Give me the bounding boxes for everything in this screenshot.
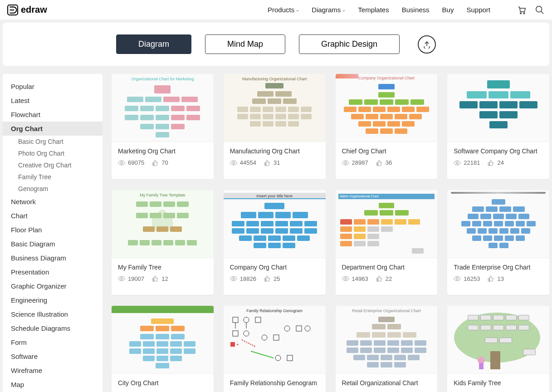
views-icon <box>230 275 237 282</box>
svg-text:+: + <box>236 342 239 347</box>
likes-count: 24 <box>497 159 503 166</box>
sidebar-item-flowchart[interactable]: Flowchart <box>3 108 103 122</box>
sidebar-item-businessdiagram[interactable]: Business Diagram <box>3 251 103 265</box>
sidebar-item-software[interactable]: Software <box>3 349 103 363</box>
nav-products[interactable]: Products⌵ <box>268 6 299 14</box>
likes-count: 13 <box>497 275 503 282</box>
sidebar-item-popular[interactable]: Popular <box>3 79 103 93</box>
sidebar-item-map[interactable]: Map <box>3 377 103 392</box>
sidebar-item-schedule[interactable]: Schedule Diagrams <box>3 321 103 335</box>
upload-icon <box>423 40 431 49</box>
nav-buy[interactable]: Buy <box>442 6 454 14</box>
sidebar-item-form[interactable]: Form <box>3 335 103 349</box>
template-thumbnail: Organizational Chart for Marketing <box>112 74 214 142</box>
template-title: City Org Chart <box>118 379 207 387</box>
views-icon <box>454 160 461 166</box>
nav-diagrams[interactable]: Diagrams⌵ <box>312 6 345 14</box>
sidebar-item-science[interactable]: Science Illustration <box>3 307 103 321</box>
template-card[interactable]: Insert your title here Company Org Chart… <box>224 190 326 295</box>
likes-count: 12 <box>161 275 168 282</box>
svg-point-2 <box>536 6 542 12</box>
template-title: Kids Family Tree <box>454 379 543 387</box>
template-card[interactable]: Company Organizational Chart Chief Org C… <box>336 74 438 179</box>
svg-point-8 <box>233 278 234 279</box>
template-title: Department Org Chart <box>342 264 431 271</box>
views-icon <box>454 275 461 282</box>
sidebar-item-engineering[interactable]: Engineering <box>3 293 103 307</box>
sidebar-sub-photo[interactable]: Photo Org Chart <box>3 147 103 159</box>
svg-point-3 <box>121 162 122 164</box>
sidebar-item-presentation[interactable]: Presentation <box>3 265 103 279</box>
template-card[interactable]: Trade Enterprise Org Chart 16253 13 <box>447 190 549 295</box>
tab-diagram[interactable]: Diagram <box>116 34 191 54</box>
svg-point-10 <box>456 278 458 279</box>
sidebar-item-basicdiagram[interactable]: Basic Diagram <box>3 237 103 251</box>
nav-support[interactable]: Support <box>466 6 490 14</box>
template-card[interactable]: Matrix Organizational Chart Department O… <box>336 190 438 295</box>
template-title: Company Org Chart <box>230 264 319 271</box>
cart-icon[interactable] <box>517 5 527 15</box>
views-icon <box>342 160 349 166</box>
template-card[interactable]: City Org Chart 14189 29 <box>112 306 214 392</box>
template-title: Family Relationship Genogram <box>230 379 319 387</box>
svg-rect-27 <box>287 355 293 361</box>
tab-mindmap[interactable]: Mind Map <box>205 34 285 54</box>
views-count: 44554 <box>240 159 256 166</box>
svg-point-32 <box>478 357 485 364</box>
svg-point-26 <box>275 355 281 361</box>
sidebar-sub-familytree[interactable]: Family Tree <box>3 171 103 183</box>
logo-icon <box>7 5 18 15</box>
sidebar-item-network[interactable]: Network <box>3 195 103 209</box>
sidebar: Popular Latest Flowchart Org Chart Basic… <box>3 74 103 392</box>
sidebar-item-graphicorganizer[interactable]: Graphic Organizer <box>3 279 103 293</box>
likes-icon <box>487 275 494 282</box>
svg-point-9 <box>345 278 347 279</box>
sidebar-item-orgchart[interactable]: Org Chart <box>3 122 103 136</box>
svg-rect-31 <box>490 351 500 369</box>
template-title: My Family Tree <box>118 264 207 271</box>
views-icon <box>342 275 349 282</box>
sidebar-sub-genogram[interactable]: Genogram <box>3 183 103 195</box>
likes-icon <box>376 160 383 166</box>
template-card[interactable]: Software Company Org Chart 22181 24 <box>447 74 549 179</box>
views-count: 22181 <box>464 159 480 166</box>
template-thumbnail <box>112 306 214 374</box>
search-icon[interactable] <box>535 5 545 15</box>
sidebar-sub-creative[interactable]: Creative Org Chart <box>3 159 103 171</box>
views-count: 18826 <box>240 275 256 282</box>
sidebar-item-latest[interactable]: Latest <box>3 93 103 108</box>
sidebar-item-wireframe[interactable]: Wireframe <box>3 363 103 377</box>
sidebar-item-chart[interactable]: Chart <box>3 209 103 223</box>
template-card[interactable]: Organizational Chart for Marketing Marke… <box>112 74 214 179</box>
template-card[interactable]: Manufacturing Organizational Chart Manuf… <box>224 74 326 179</box>
nav-templates[interactable]: Templates <box>358 6 389 14</box>
likes-icon <box>151 160 159 166</box>
likes-count: 25 <box>274 275 280 282</box>
logo[interactable]: edraw <box>7 5 47 15</box>
nav: Products⌵ Diagrams⌵ Templates Business B… <box>268 5 545 15</box>
top-header: edraw Products⌵ Diagrams⌵ Templates Busi… <box>0 0 552 20</box>
views-count: 69075 <box>128 159 144 166</box>
template-thumbnail: My Family Tree Template <box>112 190 214 258</box>
template-thumbnail: Matrix Organizational Chart <box>336 190 438 258</box>
svg-rect-24 <box>296 326 302 331</box>
views-count: 16253 <box>464 275 480 282</box>
sidebar-sub-basic[interactable]: Basic Org Chart <box>3 136 103 147</box>
share-button[interactable] <box>418 35 436 54</box>
likes-icon <box>264 275 271 282</box>
template-card[interactable]: Retail Enterprise Organizational Chart R… <box>336 306 438 392</box>
template-card[interactable]: Kids Family Tree 13604 26 <box>447 306 549 392</box>
template-card[interactable]: My Family Tree Template My Family Tree 1… <box>112 190 214 295</box>
template-thumbnail <box>447 306 549 374</box>
svg-rect-17 <box>233 331 238 336</box>
tab-graphicdesign[interactable]: Graphic Design <box>299 34 400 54</box>
svg-point-23 <box>284 326 290 331</box>
template-card[interactable]: Family Relationship Genogram + Family Re… <box>224 306 326 392</box>
category-tabs: Diagram Mind Map Graphic Design <box>3 23 549 66</box>
nav-business[interactable]: Business <box>402 6 430 14</box>
genogram-diagram: + <box>228 315 319 369</box>
sidebar-item-floorplan[interactable]: Floor Plan <box>3 223 103 237</box>
likes-count: 31 <box>274 159 280 166</box>
svg-point-25 <box>305 326 310 331</box>
svg-point-1 <box>523 12 525 14</box>
